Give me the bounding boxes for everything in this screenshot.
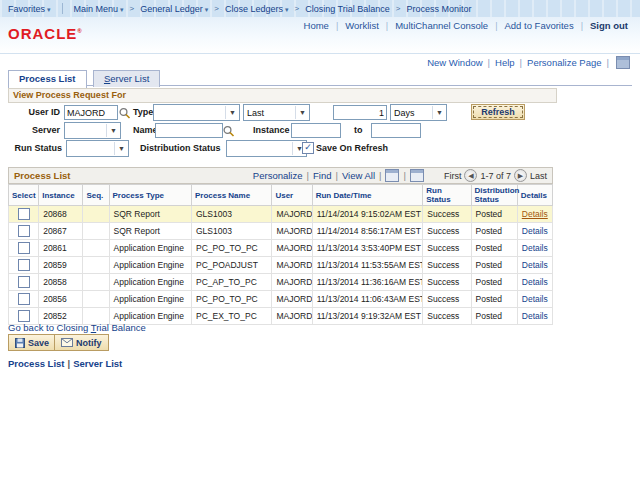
header-link-separator: |	[336, 21, 338, 31]
notify-button[interactable]: Notify	[54, 334, 109, 351]
save-on-refresh-label: Save On Refresh	[316, 143, 388, 153]
previous-page-icon[interactable]: ◀	[464, 169, 477, 182]
download-grid-icon[interactable]	[385, 169, 399, 182]
details-link[interactable]: Details	[522, 260, 548, 270]
breadcrumb-favorites[interactable]: Favorites▾	[8, 4, 51, 14]
row-select-checkbox[interactable]	[18, 276, 30, 288]
breadcrumb-item[interactable]: General Ledger▾	[140, 4, 208, 14]
header-link-worklist[interactable]: Worklist	[345, 20, 379, 31]
tab-server-list[interactable]: Server List	[93, 70, 160, 87]
chevron-down-icon: ▾	[285, 6, 289, 13]
tab-process-list[interactable]: Process List	[8, 70, 87, 88]
process-list-table: SelectInstanceSeq.Process TypeProcess Na…	[8, 184, 553, 325]
details-link[interactable]: Details	[522, 226, 548, 236]
table-row: 20861Application EnginePC_PO_TO_PCMAJORD…	[9, 240, 553, 257]
header-link-add-to-favorites[interactable]: Add to Favorites	[504, 20, 573, 31]
save-button-label: Save	[28, 338, 49, 348]
column-header-run-status: Run Status	[423, 185, 471, 206]
instance-from-input[interactable]	[291, 123, 341, 138]
cell-process-type: Application Engine	[109, 240, 191, 257]
details-link[interactable]: Details	[522, 277, 548, 287]
cell-process-type: Application Engine	[109, 257, 191, 274]
breadcrumb-divider	[62, 3, 63, 14]
run-status-select[interactable]: ▼	[66, 140, 129, 157]
pagebar-link-new-window[interactable]: New Window	[427, 57, 482, 68]
table-row: 20858Application EnginePC_AP_TO_PCMAJORD…	[9, 274, 553, 291]
next-page-icon[interactable]: ▶	[514, 169, 527, 182]
personalize-link[interactable]: Personalize	[253, 170, 303, 181]
row-select-checkbox[interactable]	[18, 259, 30, 271]
instance-label: Instance	[253, 125, 290, 135]
breadcrumb-item[interactable]: Process Monitor	[406, 4, 471, 14]
details-link[interactable]: Details	[522, 243, 548, 253]
cell-process-name: PC_POADJUST	[191, 257, 271, 274]
process-name-input[interactable]	[155, 123, 223, 138]
cell-user: MAJORD	[272, 291, 312, 308]
type-select[interactable]: ▼	[153, 104, 240, 121]
server-label: Server	[0, 125, 60, 135]
column-header-run-date-time: Run Date/Time	[312, 185, 423, 206]
instance-to-input[interactable]	[371, 123, 421, 138]
header-link-separator: |	[386, 21, 388, 31]
pagination-first-label[interactable]: First	[444, 171, 462, 181]
row-select-checkbox[interactable]	[18, 293, 30, 305]
user-id-lookup-icon[interactable]	[118, 106, 131, 119]
breadcrumb-separator: >	[130, 4, 135, 13]
cell-distribution-status: Posted	[471, 308, 517, 325]
cell-process-type: Application Engine	[109, 274, 191, 291]
refresh-button[interactable]: Refresh	[471, 104, 525, 120]
days-unit-select[interactable]: Days▼	[390, 104, 447, 121]
header-link-separator: |	[581, 21, 583, 31]
column-header-process-name: Process Name	[191, 185, 271, 206]
row-select-checkbox[interactable]	[18, 208, 30, 220]
footer-link-server-list[interactable]: Server List	[73, 358, 122, 369]
details-link[interactable]: Details	[522, 294, 548, 304]
go-back-link[interactable]: Go back to Closing Trial Balance	[8, 322, 146, 333]
pagebar-link-help[interactable]: Help	[495, 57, 515, 68]
notify-envelope-icon	[61, 338, 73, 347]
cell-instance: 20856	[39, 291, 83, 308]
distribution-status-select[interactable]: ▼	[226, 140, 307, 157]
name-lookup-icon[interactable]	[222, 124, 235, 137]
header-link-home[interactable]: Home	[304, 20, 329, 31]
details-link[interactable]: Details	[522, 311, 548, 321]
column-header-select: Select	[9, 185, 39, 206]
row-select-checkbox[interactable]	[18, 242, 30, 254]
save-button[interactable]: Save	[8, 334, 56, 351]
breadcrumb-item[interactable]: Main Menu▾	[74, 4, 124, 14]
breadcrumb-item[interactable]: Close Ledgers▾	[225, 4, 289, 14]
server-select[interactable]: ▼	[64, 122, 121, 139]
cell-run-status: Success	[423, 240, 471, 257]
breadcrumb-item-label: Close Ledgers	[225, 4, 283, 14]
user-id-input[interactable]	[64, 105, 118, 120]
days-count-input[interactable]	[333, 105, 387, 120]
details-link[interactable]: Details	[522, 209, 548, 219]
table-row: 20856Application EnginePC_PO_TO_PCMAJORD…	[9, 291, 553, 308]
sign-out-link[interactable]: Sign out	[590, 20, 628, 31]
breadcrumb-item[interactable]: Closing Trial Balance	[305, 4, 390, 14]
grid-toolbar: Personalize| Find| View All| | First ◀ 1…	[251, 169, 547, 182]
breadcrumb: Favorites▾ Main Menu▾>General Ledger▾>Cl…	[0, 0, 640, 18]
row-select-checkbox[interactable]	[18, 225, 30, 237]
timespan-select[interactable]: Last▼	[243, 104, 310, 121]
footer-link-process-list[interactable]: Process List	[8, 358, 65, 369]
cell-distribution-status: Posted	[471, 274, 517, 291]
table-row: 20868SQR ReportGLS1003MAJORD11/14/2014 9…	[9, 206, 553, 223]
column-header-seq-: Seq.	[83, 185, 109, 206]
cell-seq	[83, 240, 109, 257]
grid-pagination: First ◀ 1-7 of 7 ▶ Last	[444, 169, 547, 182]
row-select-checkbox[interactable]	[18, 310, 30, 322]
header-link-multichannel-console[interactable]: MultiChannel Console	[395, 20, 488, 31]
cell-run-status: Success	[423, 257, 471, 274]
cell-seq	[83, 206, 109, 223]
find-link[interactable]: Find	[313, 170, 331, 181]
cell-details: Details	[517, 240, 552, 257]
cell-select	[9, 223, 39, 240]
grid-popup-icon[interactable]	[410, 169, 424, 182]
cell-user: MAJORD	[272, 274, 312, 291]
save-on-refresh-checkbox[interactable]: ✓	[302, 142, 314, 154]
pagebar-link-personalize-page[interactable]: Personalize Page	[527, 57, 601, 68]
cell-details: Details	[517, 257, 552, 274]
view-all-link[interactable]: View All	[342, 170, 375, 181]
pagination-last-label[interactable]: Last	[530, 171, 547, 181]
